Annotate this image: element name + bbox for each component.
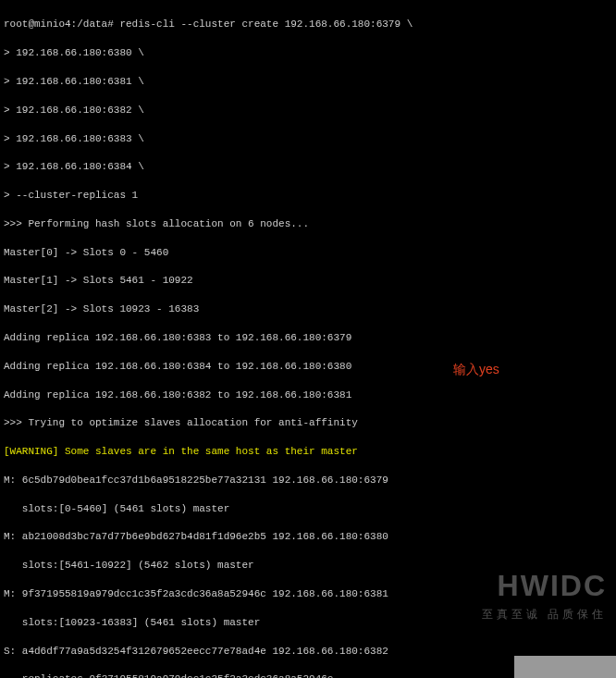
config-line: M: 6c5db79d0bea1fcc37d1b6a9518225be77a32…	[4, 474, 612, 487]
continuation-line: > 192.168.66.180:6380 \	[4, 46, 612, 60]
config-line: slots:[0-5460] (5461 slots) master	[4, 502, 612, 516]
annotation-label: 输入yes	[453, 361, 499, 379]
continuation-line: > 192.168.66.180:6381 \	[4, 75, 612, 89]
add-replica-line: Adding replica 192.168.66.180:6383 to 19…	[4, 331, 612, 345]
bottom-strip	[514, 656, 616, 678]
config-line: M: ab21008d3bc7a7d77b6e9bd627b4d81f1d96e…	[4, 530, 612, 544]
hash-alloc-header: >>> Performing hash slots allocation on …	[4, 217, 612, 231]
add-replica-line: Adding replica 192.168.66.180:6382 to 19…	[4, 388, 612, 402]
continuation-line: > 192.168.66.180:6383 \	[4, 132, 612, 146]
master-slot-line: Master[1] -> Slots 5461 - 10922	[4, 274, 612, 288]
add-replica-line: Adding replica 192.168.66.180:6384 to 19…	[4, 360, 612, 374]
continuation-line: > --cluster-replicas 1	[4, 189, 612, 203]
warning-line: [WARNING] Some slaves are in the same ho…	[4, 445, 612, 459]
watermark-small-text: 至真至诚 品质保住	[482, 607, 607, 623]
optimize-header: >>> Trying to optimize slaves allocation…	[4, 416, 612, 430]
master-slot-line: Master[0] -> Slots 0 - 5460	[4, 246, 612, 260]
continuation-line: > 192.168.66.180:6384 \	[4, 160, 612, 174]
watermark: HWIDC 至真至诚 品质保住	[482, 565, 607, 623]
continuation-line: > 192.168.66.180:6382 \	[4, 104, 612, 117]
prompt-line: root@minio4:/data# redis-cli --cluster c…	[4, 18, 612, 31]
master-slot-line: Master[2] -> Slots 10923 - 16383	[4, 302, 612, 316]
watermark-big-text: HWIDC	[482, 565, 607, 607]
